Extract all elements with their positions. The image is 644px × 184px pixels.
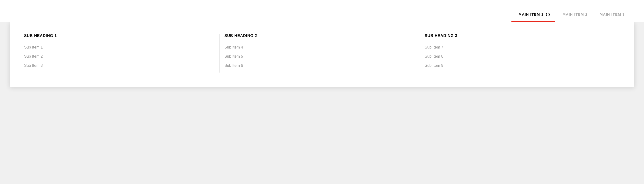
nav-item-main1[interactable]: MAIN ITEM 1 ❰❱ <box>518 12 550 17</box>
nav-item-main3-label: MAIN ITEM 3 <box>600 12 625 16</box>
sub-item-2[interactable]: Sub Item 2 <box>24 54 214 59</box>
nav-item-main2-label: MAIN ITEM 2 <box>562 12 588 16</box>
sub-item-3[interactable]: Sub Item 3 <box>24 63 214 68</box>
sub-item-5[interactable]: Sub Item 5 <box>224 54 415 59</box>
sub-item-1[interactable]: Sub Item 1 <box>24 45 214 49</box>
nav-bar: MAIN ITEM 1 ❰❱ MAIN ITEM 2 MAIN ITEM 3 <box>0 0 644 22</box>
sub-item-9[interactable]: Sub Item 9 <box>425 63 615 68</box>
sub-heading-2: SUB HEADING 2 <box>224 34 415 38</box>
sub-heading-3: SUB HEADING 3 <box>425 34 615 38</box>
bottom-space <box>0 87 644 111</box>
dropdown-column-1: SUB HEADING 1 Sub Item 1 Sub Item 2 Sub … <box>24 34 220 73</box>
dropdown-column-2: SUB HEADING 2 Sub Item 4 Sub Item 5 Sub … <box>220 34 420 73</box>
sub-item-7[interactable]: Sub Item 7 <box>425 45 615 49</box>
sub-item-6[interactable]: Sub Item 6 <box>224 63 415 68</box>
dropdown-panel: SUB HEADING 1 Sub Item 1 Sub Item 2 Sub … <box>10 22 634 87</box>
sub-item-4[interactable]: Sub Item 4 <box>224 45 415 49</box>
chevron-down-icon: ❰❱ <box>545 13 550 16</box>
nav-item-main1-label: MAIN ITEM 1 <box>518 12 544 16</box>
nav-items: MAIN ITEM 1 ❰❱ MAIN ITEM 2 MAIN ITEM 3 <box>518 12 625 22</box>
nav-item-main3[interactable]: MAIN ITEM 3 <box>600 12 625 17</box>
dropdown-column-3: SUB HEADING 3 Sub Item 7 Sub Item 8 Sub … <box>420 34 620 73</box>
sub-heading-1: SUB HEADING 1 <box>24 34 214 38</box>
nav-item-main2[interactable]: MAIN ITEM 2 <box>562 12 588 17</box>
sub-item-8[interactable]: Sub Item 8 <box>425 54 615 59</box>
